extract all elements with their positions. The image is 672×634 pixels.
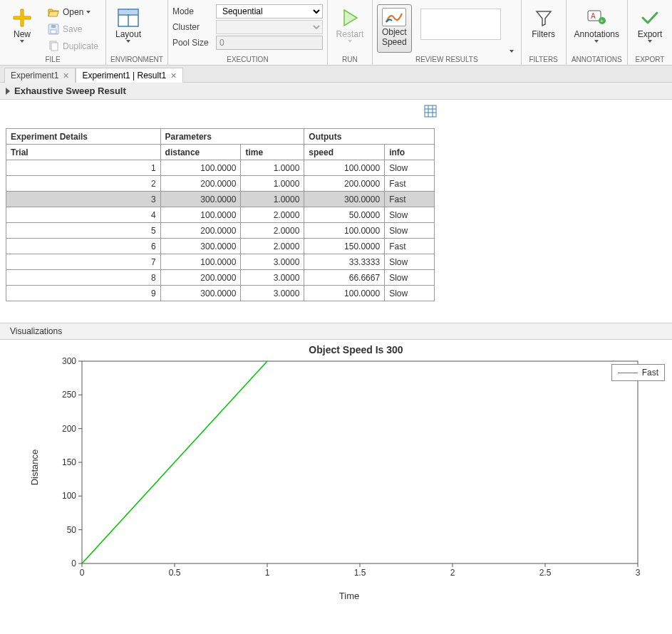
check-icon xyxy=(639,6,661,29)
legend-line-icon xyxy=(618,373,638,373)
mode-select[interactable]: Sequential xyxy=(216,4,323,19)
review-gallery-area[interactable] xyxy=(420,9,501,40)
table-view-button[interactable] xyxy=(423,104,438,118)
close-icon[interactable]: ✕ xyxy=(63,71,69,80)
xtick-label: 0.5 xyxy=(169,568,181,578)
restart-button: Restart xyxy=(332,4,368,45)
svg-rect-1 xyxy=(51,30,56,33)
cell-trial: 5 xyxy=(6,223,161,239)
document-tab-label: Experiment1 | Result1 xyxy=(82,71,166,80)
table-row[interactable]: 8200.00003.000066.6667Slow xyxy=(6,270,435,286)
cell-trial: 9 xyxy=(6,286,161,301)
cell-speed: 66.6667 xyxy=(304,270,385,286)
table-row[interactable]: 3300.00001.0000300.0000Fast xyxy=(6,192,435,207)
cell-distance: 100.0000 xyxy=(160,160,241,176)
svg-rect-4 xyxy=(51,43,58,51)
table-row[interactable]: 2200.00001.0000200.0000Fast xyxy=(6,176,435,192)
cell-trial: 2 xyxy=(6,176,161,192)
chevron-down-icon xyxy=(648,40,652,43)
new-button[interactable]: New xyxy=(4,4,40,45)
export-button-label: Export xyxy=(638,30,663,39)
th-parameters[interactable]: Parameters xyxy=(160,129,304,145)
cell-info: Slow xyxy=(385,207,435,223)
triangle-right-icon xyxy=(6,88,10,95)
th-distance[interactable]: distance xyxy=(160,145,241,160)
duplicate-icon xyxy=(47,40,60,53)
document-tab[interactable]: Experiment1✕ xyxy=(4,68,76,83)
document-tabs: Experiment1✕Experiment1 | Result1✕ xyxy=(0,66,672,83)
cell-info: Slow xyxy=(385,286,435,301)
xtick-label: 1 xyxy=(265,568,270,578)
folder-open-icon xyxy=(47,6,60,19)
cell-info: Fast xyxy=(385,176,435,192)
layout-grid-icon xyxy=(117,6,140,29)
document-tab[interactable]: Experiment1 | Result1✕ xyxy=(76,68,183,83)
ytick-label: 0 xyxy=(71,558,76,568)
floppy-disk-icon xyxy=(47,23,60,36)
results-table[interactable]: Experiment Details Parameters Outputs Tr… xyxy=(6,128,435,301)
poolsize-input xyxy=(216,36,323,50)
cell-distance: 300.0000 xyxy=(160,286,241,301)
chart-xlabel: Time xyxy=(53,578,645,601)
chevron-down-icon xyxy=(20,40,24,43)
duplicate-button-label: Duplicate xyxy=(63,41,98,51)
th-info[interactable]: info xyxy=(385,145,435,160)
ribbon-group-run-label: RUN xyxy=(332,54,368,65)
cell-trial: 4 xyxy=(6,207,161,223)
svg-rect-8 xyxy=(119,10,138,14)
chart-area: Object Speed Is 300 Distance 05010015020… xyxy=(0,340,672,604)
open-button[interactable]: Open xyxy=(44,4,101,20)
ytick-label: 250 xyxy=(62,390,76,400)
cell-time: 2.0000 xyxy=(241,239,304,254)
xtick-label: 1.5 xyxy=(354,568,366,578)
close-icon[interactable]: ✕ xyxy=(170,71,177,80)
object-speed-toggle[interactable]: Object Speed xyxy=(377,4,412,53)
ribbon-group-review-label: REVIEW RESULTS xyxy=(377,54,517,65)
cell-distance: 100.0000 xyxy=(160,254,241,270)
cell-distance: 300.0000 xyxy=(160,239,241,254)
ribbon-group-export: Export EXPORT xyxy=(628,0,672,65)
gallery-dropdown[interactable] xyxy=(507,10,517,53)
cell-speed: 300.0000 xyxy=(304,192,385,207)
export-button[interactable]: Export xyxy=(632,4,668,45)
save-button-label: Save xyxy=(63,24,82,34)
object-speed-label1: Object xyxy=(382,28,407,36)
ytick-label: 100 xyxy=(62,491,76,501)
table-row[interactable]: 6300.00002.0000150.0000Fast xyxy=(6,239,435,254)
table-row[interactable]: 7100.00003.000033.3333Slow xyxy=(6,254,435,270)
open-button-label: Open xyxy=(63,7,83,17)
cell-distance: 300.0000 xyxy=(160,192,241,207)
cell-trial: 1 xyxy=(6,160,161,176)
cell-time: 3.0000 xyxy=(241,254,304,270)
svg-rect-2 xyxy=(51,25,56,28)
ribbon-group-review: Object Speed REVIEW RESULTS xyxy=(373,0,522,65)
annotations-button-label: Annotations xyxy=(574,30,619,39)
th-trial[interactable]: Trial xyxy=(6,145,161,160)
mode-label: Mode xyxy=(172,6,212,16)
chart-title: Object Speed Is 300 xyxy=(43,343,669,357)
ribbon-group-file-label: FILE xyxy=(4,54,101,65)
th-outputs[interactable]: Outputs xyxy=(304,129,435,145)
table-row[interactable]: 1100.00001.0000100.0000Slow xyxy=(6,160,435,176)
grid-icon xyxy=(424,105,437,118)
th-exp-details[interactable]: Experiment Details xyxy=(6,129,161,145)
table-row[interactable]: 5200.00002.0000100.0000Slow xyxy=(6,223,435,239)
cell-speed: 33.3333 xyxy=(304,254,385,270)
sweep-result-header[interactable]: Exhaustive Sweep Result xyxy=(0,83,672,100)
layout-button[interactable]: Layout xyxy=(110,4,146,45)
th-speed[interactable]: speed xyxy=(304,145,385,160)
filters-button[interactable]: Filters xyxy=(526,4,562,41)
cell-time: 3.0000 xyxy=(241,270,304,286)
annotations-button[interactable]: A+ Annotations xyxy=(571,4,623,45)
table-row[interactable]: 9300.00003.0000100.0000Slow xyxy=(6,286,435,301)
chevron-down-icon xyxy=(126,40,130,43)
cell-distance: 100.0000 xyxy=(160,207,241,223)
line-chart[interactable]: 05010015020025030000.511.522.53 xyxy=(53,357,645,578)
table-row[interactable]: 4100.00002.000050.0000Slow xyxy=(6,207,435,223)
cell-trial: 6 xyxy=(6,239,161,254)
th-time[interactable]: time xyxy=(241,145,304,160)
cell-trial: 3 xyxy=(6,192,161,207)
document-body: Exhaustive Sweep Result Experiment Detai… xyxy=(0,83,672,634)
plus-icon xyxy=(11,6,33,29)
chart-legend[interactable]: Fast xyxy=(611,364,665,381)
